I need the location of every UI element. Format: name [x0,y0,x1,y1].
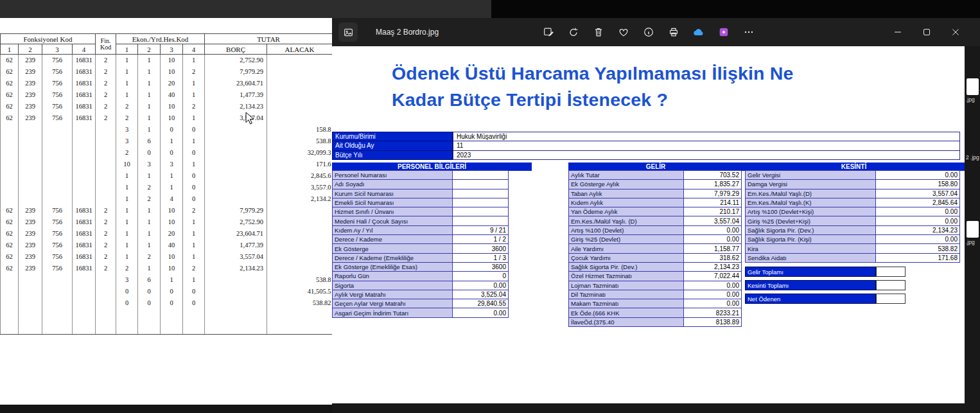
gallery-icon[interactable] [338,22,358,42]
bordro-value [453,170,509,180]
headline-line-1: Ödenek Üstü Harcama Yapılmaması İlişkin … [392,60,794,87]
ledger-cell-fin [96,297,116,309]
ledger-cell-borc [205,159,267,170]
bordro-value [453,189,509,198]
bordro-row: Kira538.82 [745,243,960,253]
bordro-table: Kurumu/BirimiHukuk MüşavirliğiAit Olduğu… [332,132,965,171]
bordro-row: Personel Numarası [332,170,509,180]
bordro-value: 0.00 [453,281,509,290]
ledger-cell-e3: 10 [161,216,183,228]
filmstrip-thumbnail[interactable] [967,78,979,95]
filmstrip-thumbnail[interactable] [967,221,979,238]
bordro-row: Derece / Kademe1 / 2 [332,234,509,244]
ledger-cell-f3 [42,193,73,205]
maximize-button[interactable] [912,18,941,46]
summary-row: Kesinti Toplamı [745,280,906,290]
ledger-cell-f3: 756 [42,240,73,251]
bordro-label: Ek Öde.(666 KHK [568,308,684,317]
info-icon[interactable] [642,22,655,42]
bordro-value: 3,557.04 [876,189,960,198]
ledger-cell-alacak [267,89,332,101]
bordro-row: Ek Gösterge3600 [332,243,509,253]
rotate-icon[interactable] [566,22,580,42]
bordro-row: Çocuk Yardımı318.62 [568,253,742,263]
ledger-cell-borc [205,274,267,286]
ledger-filler-cell [205,309,267,335]
bordro-row: Giriş %25 (Devlet+Kişi)0.00 [745,216,960,225]
ledger-cell-alacak: 538.82 [267,297,332,309]
ledger-cell-e4: 2 [183,66,205,78]
ledger-cell-f2 [19,193,42,205]
ledger-cell-e2: 1 [138,216,161,228]
ledger-cell-e1: 1 [116,170,138,182]
ledger-cell-f1: 62 [1,66,19,78]
close-button[interactable] [941,18,970,46]
bordro-row: Geçen Aylar Vergi Matrahı29,840.55 [332,299,509,308]
info-row: Ait Olduğu Ay11 [332,141,960,150]
ledger-row: 62239756168312111012,752.90 [1,216,333,228]
ledger-cell-fin: 2 [96,89,116,101]
ledger-cell-e2: 1 [138,124,161,136]
ledger-cell-f4: 16831 [73,240,96,251]
bordro-label: Sağlık Sigorta Pir. (Dev.) [745,225,876,235]
bordro-label: Asgari Geçim İndirim Tutarı [332,308,453,317]
ledger-cell-fin: 2 [96,228,116,240]
ledger-cell-e4: 0 [183,170,205,182]
ledger-cell-f1: 62 [1,89,19,101]
ledger-cell-e4: 0 [183,124,205,136]
ledger-cell-e2: 2 [138,182,161,193]
more-icon[interactable] [742,22,755,42]
ledger-cell-e3: 10 [161,66,183,78]
bordro-row: Lojman Tazminatı0.00 [568,281,742,290]
bordro-value: 0.00 [876,207,960,216]
ledger-cell-f4: 16831 [73,216,96,228]
ledger-cell-f1: 62 [1,205,19,216]
bordro-label: Sigorta [332,281,453,290]
print-icon[interactable] [667,22,680,42]
designer-icon[interactable] [717,22,730,42]
ledger-cell-e4: 1 [183,78,205,89]
bordro-label: Lojman Tazminatı [568,281,684,290]
bordro-label: Ek Gösterge Aylık [568,179,684,189]
ledger-cell-f2 [19,170,42,182]
ledger-cell-fin: 2 [96,101,116,112]
onedrive-icon[interactable] [692,22,705,42]
ledger-row: 3611538.8 [1,274,333,286]
ledger-row: 3611538.8 [1,136,333,147]
ledger-cell-e3: 4 [161,193,183,205]
edit-icon[interactable] [541,22,555,42]
ledger-cell-e4: 1 [183,112,205,124]
favorite-icon[interactable] [617,22,630,42]
bordro-row: Sağlık Sigorta Pir. (Dev.)2,134.23 [568,262,742,272]
delete-icon[interactable] [591,22,605,42]
minimize-button[interactable] [883,18,912,46]
ledger-cell-borc [205,193,267,205]
bordro-label: Aile Yardımı [568,243,684,253]
ledger-cell-f2: 239 [19,89,42,101]
ledger-cell-fin: 2 [96,55,116,66]
ledger-cell-f1 [1,193,19,205]
bordro-value: 0.00 [684,290,742,299]
bordro-label: Kıdem Aylık [568,198,684,207]
bordro-row: Taban Aylık7,979.29 [568,189,742,198]
summary-value [876,294,906,304]
bordro-row: Em.Kes./Malül Yaşlı. (D)3,557.04 [568,216,742,225]
ledger-cell-borc: 1,477.39 [205,240,267,251]
summary-column: Gelir ToplamıKesinti ToplamıNet Ödenen [745,267,906,307]
ledger-cell-fin: 2 [96,216,116,228]
bordro-value: 1 / 3 [453,253,509,263]
ledger-subcol: 3 [42,44,73,55]
ledger-cell-fin [96,286,116,297]
ledger-cell-e1: 10 [116,159,138,170]
ledger-cell-f3 [42,286,73,297]
ledger-header-tutar: TUTAR [205,34,332,44]
ledger-cell-e4: 2 [183,205,205,216]
ledger-cell-alacak [267,55,332,66]
ledger-cell-e3: 0 [161,297,183,309]
ledger-cell-e1: 2 [116,263,138,274]
ledger-cell-f2: 239 [19,263,42,274]
ledger-filler-cell [42,309,73,335]
ledger-cell-alacak [267,78,332,89]
bordro-value: 210.17 [684,207,742,216]
personel-column: Personel NumarasıAdı SoyadıKurum Sicil N… [332,170,509,318]
